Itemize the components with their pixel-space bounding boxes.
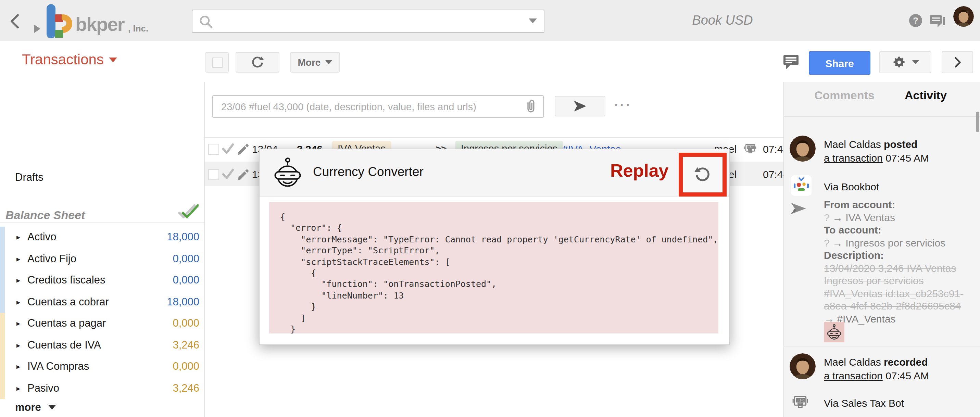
action-verb: recorded: [884, 356, 928, 368]
accounts-sidebar: Drafts Balance Sheet ▸ Activo 18,000 ▸ A…: [0, 82, 205, 417]
sidebar-more-label: more: [15, 401, 41, 413]
expand-caret-icon[interactable]: ▸: [16, 384, 20, 393]
expand-caret-icon[interactable]: ▸: [16, 298, 20, 306]
transactions-toolbar: Transactions More Share: [0, 41, 980, 83]
row-pencil-icon[interactable]: [236, 142, 250, 156]
account-group-strip: [0, 313, 5, 334]
search-dropdown-caret-icon[interactable]: [529, 19, 537, 23]
account-name[interactable]: Activo Fijo: [27, 252, 76, 265]
chevron-down-icon: [48, 405, 56, 409]
transaction-link[interactable]: a transaction: [824, 370, 883, 381]
old-description: 13/04/2020 3,246 IVA Ventas Ingresos por…: [824, 262, 978, 313]
account-row[interactable]: ▸ Cuentas a pagar 0,000: [0, 313, 205, 334]
refresh-button[interactable]: [235, 52, 279, 73]
panel-scrollbar[interactable]: [976, 111, 979, 132]
account-row[interactable]: ▸ Creditos fiscales 0,000: [0, 270, 205, 291]
activity-entry: Mael Caldas posted a transaction 07:45 A…: [824, 138, 929, 165]
row-checkbox[interactable]: [208, 169, 219, 180]
expand-caret-icon[interactable]: ▸: [16, 319, 20, 328]
account-name[interactable]: Activo: [27, 231, 56, 243]
refresh-icon: [250, 55, 265, 70]
checkbox-icon: [212, 57, 222, 67]
bkper-logo-icon[interactable]: [43, 4, 72, 38]
expand-caret-icon[interactable]: ▸: [16, 255, 20, 263]
entry-overflow-menu[interactable]: ···: [614, 99, 632, 112]
paperclip-icon[interactable]: [523, 99, 539, 115]
currency-bot-error-badge[interactable]: [824, 322, 845, 342]
account-group-strip: [0, 291, 5, 313]
error-json-text: { "error": { "errorMessage": "TypeError:…: [280, 212, 708, 333]
row-checkbox[interactable]: [208, 144, 219, 155]
account-name[interactable]: IVA Compras: [27, 360, 89, 372]
account-group-strip: [0, 334, 5, 356]
account-row[interactable]: ▸ Activo 18,000: [0, 227, 205, 248]
select-all-button[interactable]: [205, 52, 229, 73]
sidebar-more-menu[interactable]: more: [15, 401, 56, 414]
account-row[interactable]: ▸ IVA Compras 0,000: [0, 356, 205, 377]
transaction-link[interactable]: a transaction: [824, 152, 883, 164]
unknown-account: ?: [824, 237, 830, 248]
gear-icon: [892, 55, 907, 70]
account-row[interactable]: ▸ Cuentas de IVA 3,246: [0, 334, 205, 356]
avatar: [790, 135, 816, 162]
account-balance: 0,000: [173, 252, 199, 265]
row-pencil-icon[interactable]: [236, 167, 250, 181]
post-transaction-button[interactable]: [555, 96, 605, 116]
balance-sheet-header: Balance Sheet: [5, 209, 85, 223]
transaction-entry-input[interactable]: [220, 98, 517, 116]
expand-caret-icon[interactable]: ▸: [16, 276, 20, 285]
account-row[interactable]: ▸ Activo Fijo 0,000: [0, 248, 205, 269]
share-button[interactable]: Share: [809, 51, 870, 75]
feedback-button[interactable]: [929, 13, 946, 28]
activity-time: 07:45 AM: [886, 152, 929, 164]
expand-caret-icon[interactable]: ▸: [16, 341, 20, 350]
account-group-strip: [0, 248, 5, 270]
sidebar-item-drafts[interactable]: Drafts: [15, 171, 43, 183]
actor-name: Mael Caldas: [824, 138, 881, 150]
activity-panel: Comments Activity Mael Caldas posted a t…: [783, 82, 980, 417]
account-row[interactable]: ▸ Pasivo 3,246: [0, 378, 205, 399]
account-row[interactable]: ▸ Cuentas a cobrar 18,000: [0, 291, 205, 313]
more-button[interactable]: More: [290, 52, 340, 73]
help-button[interactable]: ?: [909, 14, 923, 27]
brand-name: bkper: [75, 14, 124, 36]
account-balance: 0,000: [173, 274, 199, 286]
brand-suffix: , Inc.: [128, 23, 148, 33]
more-button-label: More: [298, 57, 321, 68]
send-arrow-icon: [572, 98, 588, 115]
account-name[interactable]: Pasivo: [27, 382, 59, 394]
search-input[interactable]: [217, 12, 514, 31]
divider: [784, 346, 980, 347]
from-account-value: → IVA Ventas: [832, 211, 895, 223]
tab-activity[interactable]: Activity: [905, 89, 947, 103]
top-bar: bkper , Inc. Book USD ?: [0, 0, 980, 42]
divider: [784, 116, 980, 117]
back-button[interactable]: [5, 11, 26, 32]
expand-caret-icon[interactable]: ▸: [16, 233, 20, 242]
to-account-label: To account:: [824, 224, 881, 236]
action-verb: posted: [884, 138, 917, 150]
tab-comments[interactable]: Comments: [814, 89, 875, 103]
via-bot-label: Via Bookbot: [824, 181, 879, 193]
user-avatar[interactable]: [953, 6, 974, 27]
activity-entry: Mael Caldas recorded a transaction 07:45…: [824, 355, 929, 383]
account-name[interactable]: Creditos fiscales: [27, 274, 105, 286]
next-page-button[interactable]: [942, 51, 973, 73]
modal-title: Currency Converter: [313, 164, 423, 180]
account-name[interactable]: Cuentas a cobrar: [27, 296, 109, 308]
account-name[interactable]: Cuentas a pagar: [27, 317, 106, 329]
transactions-menu[interactable]: Transactions: [22, 51, 118, 68]
settings-button[interactable]: [879, 51, 931, 73]
row-check-icon[interactable]: [221, 142, 235, 155]
back-chevron-icon: [5, 11, 26, 32]
comments-toggle-button[interactable]: [783, 53, 799, 70]
new-description: → #IVA_Ventas: [824, 313, 978, 325]
expand-caret-icon[interactable]: ▸: [16, 362, 20, 371]
replay-button[interactable]: [679, 153, 727, 197]
account-balance: 3,246: [173, 339, 199, 351]
account-group-strip: [0, 356, 5, 378]
row-check-icon[interactable]: [221, 168, 235, 180]
account-group-strip: [0, 378, 5, 399]
book-title: Book USD: [678, 0, 767, 41]
account-name[interactable]: Cuentas de IVA: [27, 339, 101, 351]
